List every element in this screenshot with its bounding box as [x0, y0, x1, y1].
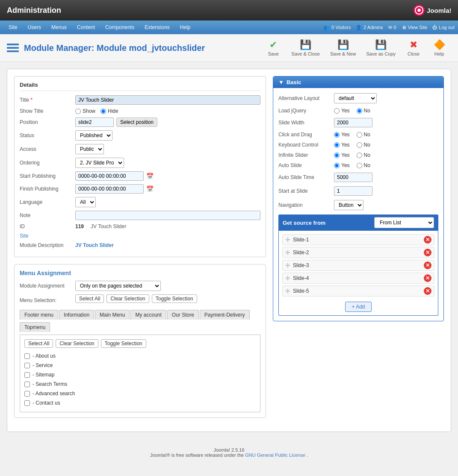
keyboard-ctrl-yes-label[interactable]: Yes	[334, 142, 350, 148]
alt-layout-select[interactable]: default	[334, 93, 377, 103]
slide-drag-icon-1[interactable]: ✛	[285, 236, 290, 243]
auto-slide-no-radio[interactable]	[357, 163, 362, 168]
load-jquery-no-radio[interactable]	[357, 108, 362, 114]
nav-logout[interactable]: ⏻ Log out	[432, 25, 455, 30]
select-all-button[interactable]: Select All	[75, 294, 104, 303]
hide-radio-label[interactable]: Hide	[100, 108, 118, 114]
source-dropdown[interactable]: From List	[374, 217, 434, 228]
infinite-slider-yes-radio[interactable]	[334, 153, 340, 158]
module-assignment-select[interactable]: Only on the pages selected	[75, 281, 161, 291]
toggle-selection-button[interactable]: Toggle Selection	[152, 294, 197, 303]
tab-payment-delivery[interactable]: Payment-Delivery	[200, 310, 250, 320]
click-drag-no-label[interactable]: No	[357, 132, 370, 138]
checkbox-contact-us[interactable]	[24, 400, 30, 406]
clear-selection-button[interactable]: Clear Selection	[106, 294, 149, 303]
save-copy-button[interactable]: 💾 Save as Copy	[362, 38, 400, 58]
add-slide-button[interactable]: + Add	[345, 302, 371, 312]
keyboard-ctrl-yes-radio[interactable]	[334, 142, 340, 148]
checkbox-service[interactable]	[24, 363, 30, 368]
slide-drag-icon-3[interactable]: ✛	[285, 262, 290, 269]
checkbox-search-terms[interactable]	[24, 382, 30, 387]
finish-publishing-input[interactable]	[75, 184, 144, 194]
infinite-slider-yes-label[interactable]: Yes	[334, 152, 350, 158]
ordering-select[interactable]: 2. JV Slide Pro	[75, 158, 124, 168]
infinite-slider-no-label[interactable]: No	[357, 152, 370, 158]
position-label: Position	[20, 119, 75, 125]
status-control: Published	[75, 130, 260, 141]
nav-links: Site Users Menus Content Components Exte…	[3, 22, 196, 33]
save-new-icon: 💾	[337, 39, 349, 50]
inner-clear-selection-button[interactable]: Clear Selection	[56, 339, 98, 348]
auto-slide-yes-label[interactable]: Yes	[334, 162, 350, 168]
navigation-select[interactable]: Button	[334, 200, 363, 210]
nav-content[interactable]: Content	[72, 22, 100, 33]
save-close-button[interactable]: 💾 Save & Close	[287, 38, 324, 58]
slide-drag-icon-2[interactable]: ✛	[285, 249, 290, 256]
nav-components[interactable]: Components	[100, 22, 139, 33]
click-drag-no-radio[interactable]	[357, 132, 362, 138]
access-select[interactable]: Public	[75, 144, 104, 154]
inner-select-all-button[interactable]: Select All	[24, 339, 53, 348]
click-drag-label: Click and Drag	[278, 132, 334, 138]
keyboard-ctrl-no-radio[interactable]	[357, 142, 362, 148]
keyboard-ctrl-no-label[interactable]: No	[357, 142, 370, 148]
tab-information[interactable]: Information	[59, 310, 94, 320]
checkbox-advanced-search[interactable]	[24, 391, 30, 397]
infinite-slider-no-radio[interactable]	[357, 153, 362, 158]
status-select[interactable]: Published	[75, 130, 112, 141]
load-jquery-yes-radio[interactable]	[334, 108, 340, 114]
auto-slide-yes-radio[interactable]	[334, 163, 340, 168]
load-jquery-yes-label[interactable]: Yes	[334, 108, 350, 114]
nav-users[interactable]: Users	[23, 22, 46, 33]
tab-topmenu[interactable]: Topmenu	[20, 322, 50, 332]
title-label: Title *	[20, 97, 75, 103]
alt-layout-control: default	[334, 93, 438, 103]
note-input[interactable]	[75, 211, 260, 220]
slide-remove-btn-4[interactable]: ✕	[424, 274, 431, 282]
select-position-button[interactable]: Select position	[116, 118, 157, 127]
slide-drag-icon-4[interactable]: ✛	[285, 275, 290, 282]
click-drag-yes-radio[interactable]	[334, 132, 340, 138]
language-select[interactable]: All	[75, 197, 96, 207]
save-button[interactable]: ✔ Save	[261, 38, 285, 58]
load-jquery-no-label[interactable]: No	[357, 108, 370, 114]
tab-our-store[interactable]: Our Store	[167, 310, 199, 320]
hide-radio[interactable]	[100, 109, 106, 114]
nav-view-site[interactable]: 🖥 View Site	[402, 25, 428, 30]
title-input[interactable]	[75, 95, 260, 105]
click-drag-yes-label[interactable]: Yes	[334, 132, 350, 138]
slide-width-input[interactable]	[334, 118, 372, 127]
position-input[interactable]	[75, 118, 114, 127]
nav-menus[interactable]: Menus	[46, 22, 72, 33]
tab-footer-menu[interactable]: Footer menu	[20, 310, 58, 320]
tab-my-account[interactable]: My account	[130, 310, 166, 320]
close-icon: ✖	[410, 39, 417, 50]
checkbox-sitemap[interactable]	[24, 372, 30, 378]
finish-publishing-calendar[interactable]: 📅	[146, 185, 154, 192]
show-radio-label[interactable]: Show	[75, 108, 95, 114]
nav-help[interactable]: Help	[175, 22, 196, 33]
checkbox-about-us[interactable]	[24, 353, 30, 359]
slide-remove-btn-5[interactable]: ✕	[424, 287, 431, 295]
nav-site[interactable]: Site	[3, 22, 23, 33]
show-radio[interactable]	[75, 109, 81, 114]
slide-remove-btn-2[interactable]: ✕	[424, 249, 431, 256]
slide-remove-btn-3[interactable]: ✕	[424, 262, 431, 269]
save-new-button[interactable]: 💾 Save & New	[326, 38, 360, 58]
auto-slide-time-input[interactable]	[334, 173, 372, 182]
footer-license-link[interactable]: GNU General Public License	[245, 452, 305, 458]
footer-version: Joomla! 2.5.16	[9, 447, 449, 452]
load-jquery-control: Yes No	[334, 108, 438, 114]
start-at-slide-input[interactable]	[334, 186, 372, 196]
start-publishing-input[interactable]	[75, 171, 144, 181]
start-publishing-calendar[interactable]: 📅	[146, 173, 154, 179]
nav-extensions[interactable]: Extensions	[139, 22, 175, 33]
slide-drag-icon-5[interactable]: ✛	[285, 288, 290, 294]
inner-toggle-selection-button[interactable]: Toggle Selection	[101, 339, 146, 348]
slide-remove-btn-1[interactable]: ✕	[424, 236, 431, 244]
slide-item-4: ✛ Slide-4 ✕	[282, 273, 434, 284]
close-button[interactable]: ✖ Close	[402, 38, 425, 58]
help-button[interactable]: 🔶 Help	[427, 38, 451, 58]
tab-main-menu[interactable]: Main Menu	[95, 310, 130, 320]
auto-slide-no-label[interactable]: No	[357, 162, 370, 168]
